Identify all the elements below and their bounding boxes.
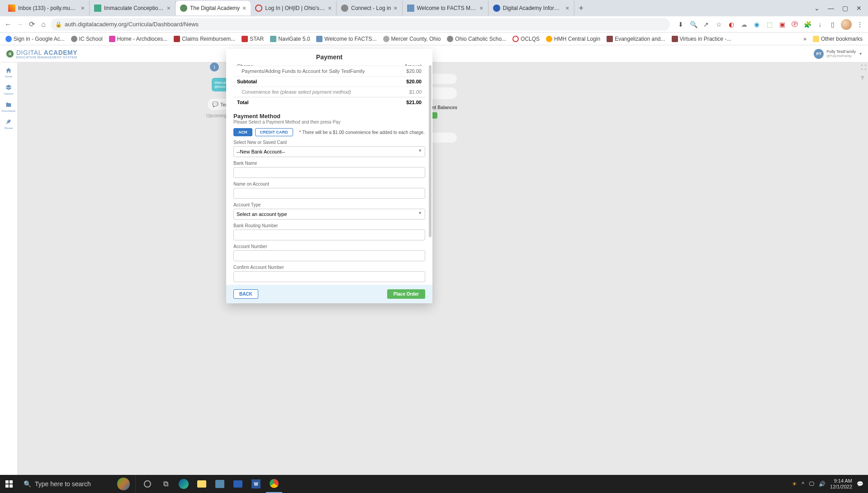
search-icon[interactable]: 🔍 xyxy=(689,20,698,29)
extension-icon[interactable]: ⬚ xyxy=(765,20,774,29)
credit-card-button[interactable]: CREDIT CARD xyxy=(255,128,293,136)
subtotal-label: Subtotal xyxy=(237,79,257,84)
bookmark-item[interactable]: STAR xyxy=(240,35,266,43)
store-icon[interactable] xyxy=(212,475,228,493)
bookmark-icon xyxy=(546,36,552,42)
overflow-icon[interactable]: » xyxy=(803,36,806,42)
notifications-icon[interactable]: 💬 xyxy=(857,481,863,487)
reload-icon[interactable]: ⟳ xyxy=(27,20,36,29)
extension-icon[interactable]: ◉ xyxy=(752,20,761,29)
install-icon[interactable]: ⬇ xyxy=(676,20,685,29)
share-icon[interactable]: ↗ xyxy=(702,20,711,29)
close-icon[interactable]: × xyxy=(167,5,171,12)
battery-icon[interactable]: 🖵 xyxy=(809,481,814,487)
bank-name-input[interactable] xyxy=(233,167,425,178)
scrollbar[interactable] xyxy=(428,63,432,285)
forward-icon[interactable]: → xyxy=(15,20,24,29)
bookmark-item[interactable]: Virtues in Practice -... xyxy=(670,35,733,43)
bookmark-item[interactable]: IC School xyxy=(69,35,104,43)
routing-input[interactable] xyxy=(233,230,425,240)
account-type-dropdown[interactable]: Select an account type xyxy=(233,209,425,220)
bookmark-item[interactable]: Evangelization and... xyxy=(605,35,667,43)
browser-tab[interactable]: Immaculate Conception School × xyxy=(90,1,175,15)
browser-tab[interactable]: Log In | OH|ID | Ohio's State Dig × xyxy=(251,1,337,15)
chrome-icon[interactable] xyxy=(266,475,282,493)
bookmark-item[interactable]: OCLQS xyxy=(511,35,541,43)
menu-icon[interactable]: ⋮ xyxy=(855,20,864,29)
maximize-icon[interactable]: ▢ xyxy=(842,5,848,12)
bookmark-icon xyxy=(109,36,115,42)
edge-icon[interactable] xyxy=(175,475,192,493)
other-bookmarks[interactable]: Other bookmarks xyxy=(811,35,864,43)
close-icon[interactable]: × xyxy=(242,5,246,12)
other-bookmarks-label: Other bookmarks xyxy=(821,36,863,42)
tray-chevron-icon[interactable]: ^ xyxy=(802,481,804,487)
bookmark-item[interactable]: Mercer County, Ohio xyxy=(381,35,443,43)
browser-tab[interactable]: Welcome to FACTS Managemen × xyxy=(403,1,489,15)
close-icon[interactable]: × xyxy=(81,5,85,12)
close-icon[interactable]: × xyxy=(328,5,332,12)
bookmark-item[interactable]: NaviGate 5.0 xyxy=(268,35,312,43)
bookmark-item[interactable]: Home - Archdioces... xyxy=(107,35,169,43)
url-input[interactable]: 🔒 auth.digitalacademy.org/Curricula/Dash… xyxy=(51,18,670,31)
tray-date: 12/1/2022 xyxy=(830,484,852,490)
star-icon[interactable]: ☆ xyxy=(714,20,723,29)
start-button[interactable] xyxy=(0,475,18,493)
name-on-account-input[interactable] xyxy=(233,188,425,199)
home-icon[interactable]: ⌂ xyxy=(39,20,48,29)
modal-scroll[interactable]: Charge Amount Payments/Adding Funds to A… xyxy=(226,63,432,285)
browser-tab-active[interactable]: The Digital Academy × xyxy=(175,1,251,15)
download-icon[interactable]: ↓ xyxy=(816,20,825,29)
bookmark-item[interactable]: Sign in - Google Ac... xyxy=(4,35,66,43)
place-order-button[interactable]: Place Order xyxy=(387,289,425,299)
volume-icon[interactable]: 🔊 xyxy=(819,481,825,487)
user-menu[interactable]: PT Polly TestFamily @PollyTestFamily ▾ xyxy=(814,49,862,59)
tray-time: 9:14 AM xyxy=(830,478,852,484)
explorer-icon[interactable] xyxy=(194,475,210,493)
ach-button[interactable]: ACH xyxy=(233,128,252,136)
close-window-icon[interactable]: ✕ xyxy=(856,5,862,12)
profile-avatar[interactable] xyxy=(841,19,852,30)
bookmark-item[interactable]: Ohio Catholic Scho... xyxy=(445,35,508,43)
tab-title: Log In | OH|ID | Ohio's State Dig xyxy=(265,5,325,11)
bookmark-item[interactable]: HMH Central Login xyxy=(544,35,602,43)
chevron-down-icon[interactable]: ⌄ xyxy=(814,5,820,12)
bookmark-label: HMH Central Login xyxy=(554,36,600,42)
back-button[interactable]: BACK xyxy=(233,289,258,299)
taskbar-search[interactable]: 🔍 Type here to search xyxy=(18,475,136,493)
search-placeholder: Type here to search xyxy=(35,480,91,488)
extension-icon[interactable]: ▣ xyxy=(778,20,787,29)
close-icon[interactable]: × xyxy=(394,5,397,12)
task-view-icon[interactable]: ⧉ xyxy=(157,475,174,493)
extensions-icon[interactable]: 🧩 xyxy=(803,20,812,29)
account-number-input[interactable] xyxy=(233,250,425,261)
back-icon[interactable]: ← xyxy=(4,20,13,29)
tab-title: Inbox (133) - polly.muhlenkamp xyxy=(18,5,78,11)
scrollbar-thumb[interactable] xyxy=(429,65,432,237)
word-icon[interactable]: W xyxy=(248,475,264,493)
cortana-icon[interactable] xyxy=(139,475,156,493)
browser-tab[interactable]: Inbox (133) - polly.muhlenkamp × xyxy=(4,1,90,15)
close-icon[interactable]: × xyxy=(565,5,569,12)
new-tab-button[interactable]: + xyxy=(574,4,588,13)
browser-tab[interactable]: Digital Academy Information - I × xyxy=(489,1,574,15)
close-icon[interactable]: × xyxy=(479,5,483,12)
mail-icon[interactable] xyxy=(230,475,246,493)
user-info: Polly TestFamily @PollyTestFamily xyxy=(826,50,856,57)
confirm-account-input[interactable] xyxy=(233,271,425,282)
bookmark-label: Sign in - Google Ac... xyxy=(14,36,65,42)
pinterest-icon[interactable]: Ⓟ xyxy=(790,20,799,29)
minimize-icon[interactable]: — xyxy=(828,5,834,12)
extension-icon[interactable]: ☁ xyxy=(740,20,749,29)
weather-icon[interactable]: ☀ xyxy=(792,481,797,487)
tray-clock[interactable]: 9:14 AM 12/1/2022 xyxy=(830,478,852,490)
browser-tab[interactable]: Connect - Log in × xyxy=(337,1,402,15)
svg-rect-3 xyxy=(9,484,13,488)
bookmark-item[interactable]: Claims Reimbursem... xyxy=(172,35,237,43)
svg-rect-0 xyxy=(5,480,9,483)
app-logo[interactable]: α DIGITAL ACADEMY EDUCATION MANAGEMENT S… xyxy=(6,49,77,59)
sidebar-icon[interactable]: ▯ xyxy=(828,20,837,29)
extension-icon[interactable]: ◐ xyxy=(727,20,736,29)
bookmark-item[interactable]: Welcome to FACTS... xyxy=(314,35,378,43)
select-card-dropdown[interactable]: --New Bank Account-- xyxy=(233,146,425,157)
